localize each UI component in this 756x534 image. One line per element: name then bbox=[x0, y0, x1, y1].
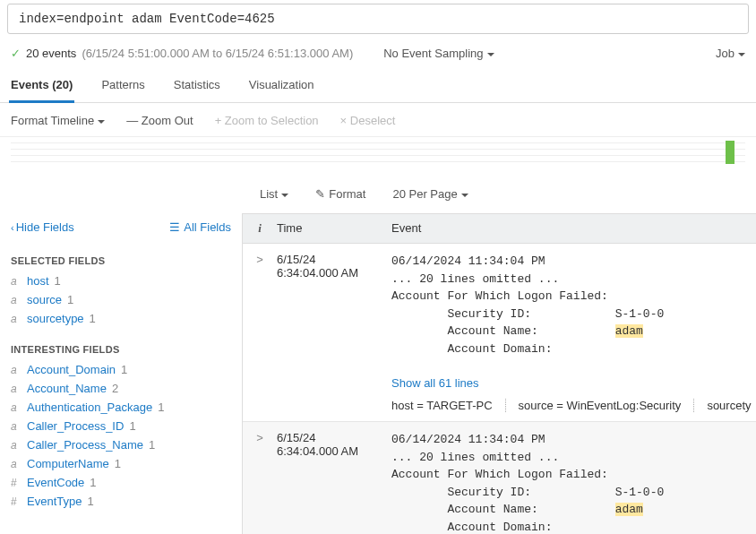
field-row[interactable]: aCaller_Process_Name1 bbox=[11, 435, 231, 454]
tab-events[interactable]: Events (20) bbox=[9, 69, 74, 102]
list-icon: ☰ bbox=[169, 220, 180, 234]
search-highlight: adam bbox=[615, 503, 643, 516]
caret-down-icon bbox=[487, 53, 494, 56]
event-body: 06/14/2024 11:34:04 PM ... 20 lines omit… bbox=[391, 244, 756, 421]
field-type-icon: a bbox=[11, 383, 21, 395]
field-count: 1 bbox=[158, 400, 164, 414]
all-fields-button[interactable]: ☰All Fields bbox=[169, 220, 231, 234]
fields-panel: ‹Hide Fields ☰All Fields SELECTED FIELDS… bbox=[0, 213, 242, 534]
field-name[interactable]: Authentication_Package bbox=[27, 400, 152, 414]
event-raw[interactable]: 06/14/2024 11:34:04 PM ... 20 lines omit… bbox=[391, 253, 756, 357]
event-count: 20 events bbox=[26, 47, 76, 60]
field-type-icon: a bbox=[11, 420, 21, 433]
field-count: 1 bbox=[115, 457, 121, 470]
interesting-fields-title: INTERESTING FIELDS bbox=[11, 344, 231, 355]
timeline-gridline bbox=[11, 161, 745, 162]
field-row[interactable]: asource1 bbox=[11, 290, 231, 309]
field-name[interactable]: Caller_Process_Name bbox=[27, 438, 143, 452]
sampling-dropdown[interactable]: No Event Sampling bbox=[383, 47, 494, 60]
selected-fields-title: SELECTED FIELDS bbox=[11, 255, 231, 266]
field-row[interactable]: aAccount_Name2 bbox=[11, 379, 231, 398]
field-type-icon: a bbox=[11, 364, 21, 376]
field-row[interactable]: #EventCode1 bbox=[11, 473, 231, 492]
sampling-label: No Event Sampling bbox=[383, 47, 483, 60]
timeline[interactable] bbox=[11, 141, 745, 164]
field-row[interactable]: aComputerName1 bbox=[11, 454, 231, 473]
event-controls: List ✎Format 20 Per Page bbox=[0, 175, 756, 213]
field-type-icon: a bbox=[11, 313, 21, 325]
field-count: 1 bbox=[67, 293, 73, 306]
field-type-icon: a bbox=[11, 458, 21, 470]
result-tabs: Events (20) Patterns Statistics Visualiz… bbox=[0, 69, 756, 103]
search-bar[interactable] bbox=[7, 4, 749, 34]
timeline-marker[interactable] bbox=[726, 141, 735, 164]
field-type-icon: # bbox=[11, 495, 21, 508]
field-row[interactable]: aAuthentication_Package1 bbox=[11, 398, 231, 417]
info-column-header[interactable]: i bbox=[243, 214, 277, 243]
caret-down-icon bbox=[738, 53, 745, 56]
per-page-dropdown[interactable]: 20 Per Page bbox=[392, 187, 468, 201]
timeline-gridline bbox=[11, 155, 745, 156]
list-view-dropdown[interactable]: List bbox=[260, 187, 288, 201]
event-column-header[interactable]: Event bbox=[391, 214, 756, 243]
meta-host[interactable]: host = TARGET-PC bbox=[391, 399, 493, 412]
pencil-icon: ✎ bbox=[315, 187, 325, 201]
list-label: List bbox=[260, 187, 278, 201]
caret-down-icon bbox=[98, 120, 105, 124]
format-timeline-label: Format Timeline bbox=[11, 114, 94, 127]
timeline-gridline bbox=[11, 149, 745, 150]
field-type-icon: # bbox=[11, 477, 21, 489]
tab-visualization[interactable]: Visualization bbox=[247, 69, 316, 102]
field-row[interactable]: #EventType1 bbox=[11, 492, 231, 511]
expand-button[interactable]: > bbox=[243, 244, 277, 421]
format-button[interactable]: ✎Format bbox=[315, 187, 365, 201]
field-row[interactable]: aCaller_Process_ID1 bbox=[11, 417, 231, 435]
job-dropdown[interactable]: Job bbox=[716, 47, 745, 60]
field-name[interactable]: source bbox=[27, 293, 62, 306]
field-name[interactable]: host bbox=[27, 274, 49, 288]
field-name[interactable]: ComputerName bbox=[27, 457, 109, 470]
status-bar: ✓ 20 events (6/15/24 5:51:00.000 AM to 6… bbox=[0, 34, 756, 69]
event-row: >6/15/246:34:04.000 AM06/14/2024 11:34:0… bbox=[243, 422, 756, 534]
field-name[interactable]: Account_Name bbox=[27, 382, 107, 395]
zoom-to-selection-button: + Zoom to Selection bbox=[215, 114, 319, 127]
field-count: 1 bbox=[90, 476, 96, 489]
search-input[interactable] bbox=[19, 12, 737, 26]
meta-sourcetype[interactable]: sourcety bbox=[693, 399, 751, 412]
tab-statistics[interactable]: Statistics bbox=[172, 69, 222, 102]
field-row[interactable]: ahost1 bbox=[11, 271, 231, 290]
hide-fields-label: Hide Fields bbox=[16, 220, 74, 234]
field-count: 1 bbox=[55, 274, 61, 288]
format-timeline-dropdown[interactable]: Format Timeline bbox=[11, 114, 105, 127]
field-name[interactable]: Account_Domain bbox=[27, 363, 116, 376]
field-type-icon: a bbox=[11, 401, 21, 414]
field-count: 1 bbox=[121, 363, 127, 376]
field-count: 1 bbox=[90, 312, 96, 325]
meta-source[interactable]: source = WinEventLog:Security bbox=[505, 399, 682, 412]
events-panel: i Time Event >6/15/246:34:04.000 AM06/14… bbox=[242, 213, 756, 534]
field-row[interactable]: aAccount_Domain1 bbox=[11, 360, 231, 379]
events-header: i Time Event bbox=[243, 213, 756, 244]
hide-fields-button[interactable]: ‹Hide Fields bbox=[11, 220, 74, 234]
field-count: 1 bbox=[149, 438, 155, 452]
timeline-controls: Format Timeline — Zoom Out + Zoom to Sel… bbox=[0, 103, 756, 137]
event-raw[interactable]: 06/14/2024 11:34:04 PM ... 20 lines omit… bbox=[391, 431, 756, 534]
expand-button[interactable]: > bbox=[243, 422, 277, 534]
event-body: 06/14/2024 11:34:04 PM ... 20 lines omit… bbox=[391, 422, 756, 534]
field-name[interactable]: sourcetype bbox=[27, 312, 84, 325]
zoom-out-button[interactable]: — Zoom Out bbox=[126, 114, 193, 127]
field-type-icon: a bbox=[11, 439, 21, 452]
time-column-header[interactable]: Time bbox=[277, 214, 391, 243]
format-label: Format bbox=[329, 187, 365, 201]
field-name[interactable]: EventCode bbox=[27, 476, 84, 489]
field-name[interactable]: Caller_Process_ID bbox=[27, 419, 124, 433]
caret-down-icon bbox=[461, 194, 468, 197]
field-type-icon: a bbox=[11, 275, 21, 288]
show-all-lines-link[interactable]: Show all 61 lines bbox=[391, 376, 479, 390]
event-time: 6/15/246:34:04.000 AM bbox=[277, 422, 391, 534]
field-count: 1 bbox=[87, 495, 93, 508]
tab-patterns[interactable]: Patterns bbox=[99, 69, 146, 102]
all-fields-label: All Fields bbox=[184, 220, 231, 234]
field-row[interactable]: asourcetype1 bbox=[11, 309, 231, 328]
field-name[interactable]: EventType bbox=[27, 495, 82, 508]
